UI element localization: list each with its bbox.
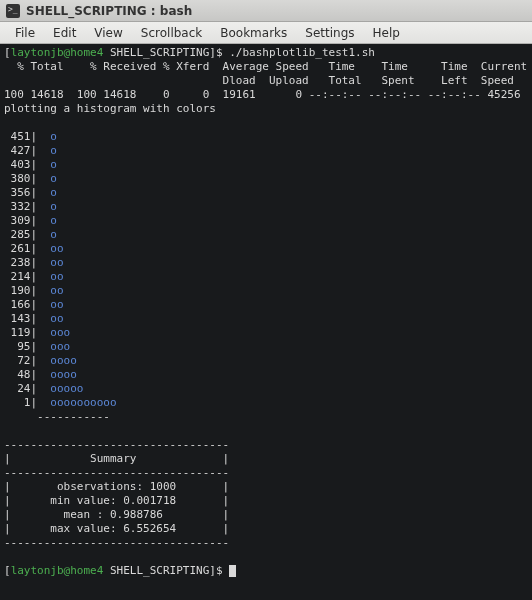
curl-header-2: Dload Upload Total Spent Left Speed (4, 74, 514, 87)
hist-bar: o (50, 130, 57, 143)
hist-bar: oo (50, 298, 63, 311)
hist-row: 166| oo (4, 298, 528, 312)
menu-bookmarks[interactable]: Bookmarks (211, 24, 296, 42)
summary-mean: | mean : 0.988786 | (4, 508, 229, 521)
menu-scrollback[interactable]: Scrollback (132, 24, 211, 42)
hist-row: 48| oooo (4, 368, 528, 382)
hist-row: 261| oo (4, 242, 528, 256)
hist-bar: ooooo (50, 382, 83, 395)
hist-bar: oooooooooo (50, 396, 116, 409)
summary-obs: | observations: 1000 | (4, 480, 229, 493)
prompt-2: [laytonjb@home4 SHELL_SCRIPTING]$ (4, 564, 223, 577)
hist-bar: oooo (50, 368, 77, 381)
summary-sep2: ---------------------------------- (4, 466, 229, 479)
hist-bar: o (50, 228, 57, 241)
summary-sep: ---------------------------------- (4, 438, 229, 451)
hist-row: 1| oooooooooo (4, 396, 528, 410)
terminal-output[interactable]: [laytonjb@home4 SHELL_SCRIPTING]$ ./bash… (0, 44, 532, 600)
curl-progress: 100 14618 100 14618 0 0 19161 0 --:--:--… (4, 88, 521, 101)
hist-bar: o (50, 200, 57, 213)
summary-title: | Summary | (4, 452, 229, 465)
hist-bar: o (50, 214, 57, 227)
hist-bar: ooo (50, 340, 70, 353)
terminal-icon (6, 4, 20, 18)
hist-row: 427| o (4, 144, 528, 158)
hist-row: 190| oo (4, 284, 528, 298)
histogram: 451| o 427| o 403| o 380| o 356| o 332| … (4, 130, 528, 410)
menu-file[interactable]: File (6, 24, 44, 42)
summary-max: | max value: 6.552654 | (4, 522, 229, 535)
menu-help[interactable]: Help (364, 24, 409, 42)
menu-view[interactable]: View (85, 24, 131, 42)
menu-settings[interactable]: Settings (296, 24, 363, 42)
command-text: ./bashplotlib_test1.sh (229, 46, 375, 59)
menu-edit[interactable]: Edit (44, 24, 85, 42)
hist-bar: oo (50, 312, 63, 325)
window-title: SHELL_SCRIPTING : bash (26, 4, 192, 18)
hist-bar: oooo (50, 354, 77, 367)
hist-bar: oo (50, 270, 63, 283)
hist-row: 451| o (4, 130, 528, 144)
hist-row: 285| o (4, 228, 528, 242)
hist-row: 309| o (4, 214, 528, 228)
hist-row: 380| o (4, 172, 528, 186)
plot-title: plotting a histogram with colors (4, 102, 216, 115)
hist-row: 238| oo (4, 256, 528, 270)
hist-row: 24| ooooo (4, 382, 528, 396)
hist-row: 332| o (4, 200, 528, 214)
hist-bar: o (50, 172, 57, 185)
hist-row: 72| oooo (4, 354, 528, 368)
hist-axis: ----------- (4, 410, 110, 423)
titlebar: SHELL_SCRIPTING : bash (0, 0, 532, 22)
hist-row: 95| ooo (4, 340, 528, 354)
hist-bar: o (50, 158, 57, 171)
hist-row: 214| oo (4, 270, 528, 284)
hist-bar: oo (50, 284, 63, 297)
hist-row: 143| oo (4, 312, 528, 326)
summary-min: | min value: 0.001718 | (4, 494, 229, 507)
curl-header-1: % Total % Received % Xferd Average Speed… (4, 60, 527, 73)
prompt: [laytonjb@home4 SHELL_SCRIPTING]$ (4, 46, 223, 59)
menubar: File Edit View Scrollback Bookmarks Sett… (0, 22, 532, 44)
hist-bar: o (50, 186, 57, 199)
hist-row: 403| o (4, 158, 528, 172)
hist-row: 119| ooo (4, 326, 528, 340)
hist-row: 356| o (4, 186, 528, 200)
hist-bar: oo (50, 242, 63, 255)
cursor (229, 565, 236, 577)
summary-sep3: ---------------------------------- (4, 536, 229, 549)
hist-bar: ooo (50, 326, 70, 339)
hist-bar: oo (50, 256, 63, 269)
hist-bar: o (50, 144, 57, 157)
